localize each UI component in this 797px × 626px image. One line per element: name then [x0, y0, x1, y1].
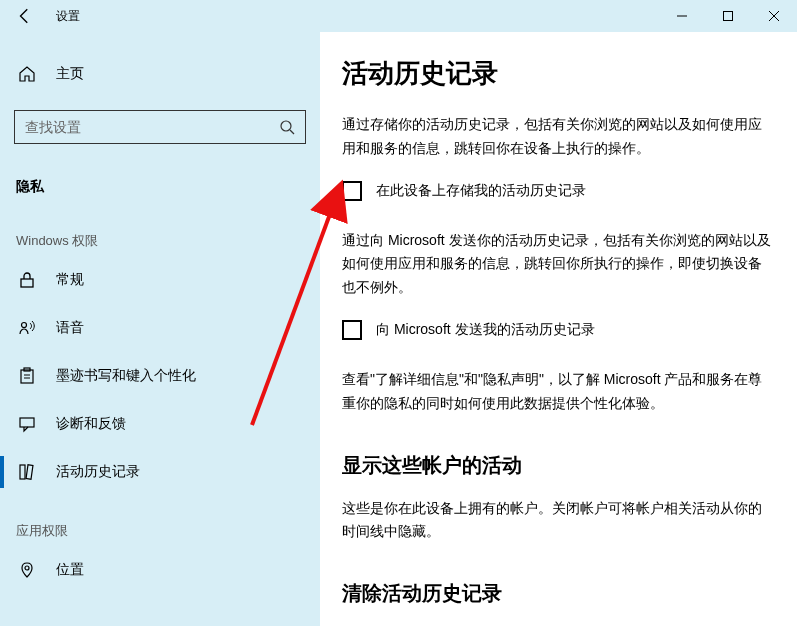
- description-1: 通过存储你的活动历史记录，包括有关你浏览的网站以及如何使用应用和服务的信息，跳转…: [342, 113, 772, 161]
- location-icon: [18, 561, 36, 579]
- checkbox-box[interactable]: [342, 320, 362, 340]
- sidebar-item-label: 活动历史记录: [56, 463, 140, 481]
- clipboard-icon: [18, 367, 36, 385]
- search-input[interactable]: [14, 110, 306, 144]
- minimize-button[interactable]: [659, 0, 705, 32]
- svg-rect-6: [21, 279, 33, 287]
- checkbox-store-activity[interactable]: 在此设备上存储我的活动历史记录: [342, 181, 775, 201]
- sidebar-item-general[interactable]: 常规: [0, 256, 320, 304]
- app-permissions-heading: 应用权限: [0, 496, 320, 546]
- close-button[interactable]: [751, 0, 797, 32]
- sidebar-item-diagnostics[interactable]: 诊断和反馈: [0, 400, 320, 448]
- sidebar-item-location[interactable]: 位置: [0, 546, 320, 594]
- maximize-button[interactable]: [705, 0, 751, 32]
- svg-point-4: [281, 121, 291, 131]
- sidebar-item-inking[interactable]: 墨迹书写和键入个性化: [0, 352, 320, 400]
- svg-rect-13: [20, 465, 25, 479]
- description-2: 通过向 Microsoft 发送你的活动历史记录，包括有关你浏览的网站以及如何使…: [342, 229, 772, 300]
- sidebar-item-label: 墨迹书写和键入个性化: [56, 367, 196, 385]
- svg-point-7: [22, 323, 27, 328]
- checkbox-box[interactable]: [342, 181, 362, 201]
- sidebar-item-label: 位置: [56, 561, 84, 579]
- speech-icon: [18, 319, 36, 337]
- sidebar-item-label: 诊断和反馈: [56, 415, 126, 433]
- main-content: 活动历史记录 通过存储你的活动历史记录，包括有关你浏览的网站以及如何使用应用和服…: [320, 32, 797, 626]
- svg-point-15: [25, 566, 29, 570]
- checkbox-label: 向 Microsoft 发送我的活动历史记录: [376, 321, 595, 339]
- sidebar: 主页 隐私 Windows 权限 常规 语音 墨迹书写和键: [0, 32, 320, 626]
- description-3: 查看"了解详细信息"和"隐私声明"，以了解 Microsoft 产品和服务在尊重…: [342, 368, 772, 416]
- sidebar-item-speech[interactable]: 语音: [0, 304, 320, 352]
- search-icon: [279, 119, 295, 135]
- sidebar-item-home[interactable]: 主页: [0, 54, 320, 94]
- svg-line-5: [290, 130, 294, 134]
- svg-rect-1: [724, 12, 733, 21]
- checkbox-label: 在此设备上存储我的活动历史记录: [376, 182, 586, 200]
- back-icon[interactable]: [16, 7, 34, 25]
- svg-rect-8: [21, 370, 33, 383]
- page-title: 活动历史记录: [342, 56, 775, 91]
- description-4: 这些是你在此设备上拥有的帐户。关闭帐户可将帐户相关活动从你的时间线中隐藏。: [342, 497, 772, 545]
- category-heading: 隐私: [0, 160, 320, 206]
- activity-icon: [18, 463, 36, 481]
- feedback-icon: [18, 415, 36, 433]
- checkbox-send-microsoft[interactable]: 向 Microsoft 发送我的活动历史记录: [342, 320, 775, 340]
- svg-rect-12: [20, 418, 34, 427]
- section-title-accounts: 显示这些帐户的活动: [342, 452, 775, 479]
- sidebar-item-label: 主页: [56, 65, 84, 83]
- svg-rect-14: [26, 465, 33, 480]
- subcategory-heading: Windows 权限: [0, 206, 320, 256]
- home-icon: [18, 65, 36, 83]
- sidebar-item-activity-history[interactable]: 活动历史记录: [0, 448, 320, 496]
- search-field[interactable]: [25, 119, 279, 135]
- sidebar-item-label: 语音: [56, 319, 84, 337]
- section-title-clear: 清除活动历史记录: [342, 580, 775, 607]
- lock-icon: [18, 271, 36, 289]
- sidebar-item-label: 常规: [56, 271, 84, 289]
- window-title: 设置: [56, 8, 80, 25]
